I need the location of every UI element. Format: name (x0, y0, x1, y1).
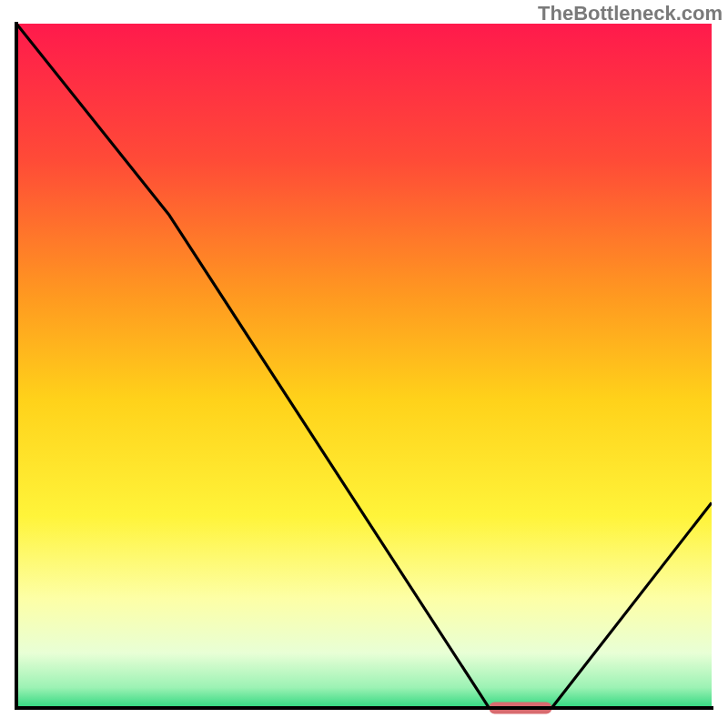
plot-background (16, 24, 712, 708)
chart-container: TheBottleneck.com (0, 0, 728, 728)
bottleneck-chart (0, 0, 728, 728)
attribution-text: TheBottleneck.com (538, 2, 723, 25)
